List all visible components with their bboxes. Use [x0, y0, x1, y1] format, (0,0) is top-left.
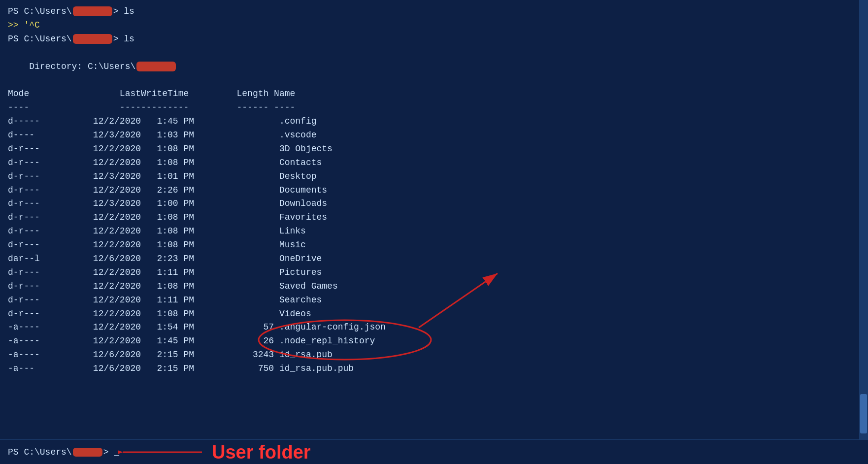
file-row-contacts: d-r--- 12/2/2020 1:08 PM Contacts	[8, 156, 860, 170]
username-redact-3	[136, 62, 176, 71]
file-row-music: d-r--- 12/2/2020 1:08 PM Music	[8, 238, 860, 252]
bottom-bar: PS C:\Users\> _ User folder	[0, 439, 868, 464]
line-separator: ---- ------------- ------ ----	[8, 101, 860, 115]
bottom-prompt: PS C:\Users\> _	[8, 447, 119, 457]
file-row-desktop: d-r--- 12/3/2020 1:01 PM Desktop	[8, 170, 860, 184]
line-directory: Directory: C:\Users\	[8, 60, 860, 74]
file-row-pictures: d-r--- 12/2/2020 1:11 PM Pictures	[8, 266, 860, 280]
line-blank-4	[8, 390, 860, 403]
scrollbar-thumb[interactable]	[860, 394, 867, 433]
line-2: >> '^C	[8, 19, 860, 33]
file-row-searches: d-r--- 12/2/2020 1:11 PM Searches	[8, 294, 860, 307]
user-folder-label: User folder	[212, 441, 311, 463]
file-row-favorites: d-r--- 12/2/2020 1:08 PM Favorites	[8, 211, 860, 225]
line-blank-1	[8, 46, 860, 60]
line-3: PS C:\Users\> ls	[8, 33, 860, 46]
file-row-documents: d-r--- 12/2/2020 2:26 PM Documents	[8, 184, 860, 198]
username-redact-bottom	[73, 448, 102, 457]
user-folder-arrow-svg	[118, 440, 217, 464]
file-row-angular: -a---- 12/2/2020 1:54 PM 57 .angular-con…	[8, 321, 860, 334]
file-row-node: -a---- 12/2/2020 1:45 PM 26 .node_repl_h…	[8, 334, 860, 348]
file-row-vscode: d---- 12/3/2020 1:03 PM .vscode	[8, 129, 860, 142]
line-blank-2	[8, 73, 860, 87]
file-row-idrsapub: -a--- 12/6/2020 2:15 PM 750 id_rsa.pub.p…	[8, 362, 860, 376]
terminal-window: PS C:\Users\> ls >> '^C PS C:\Users\> ls…	[0, 0, 868, 439]
line-blank-3	[8, 376, 860, 390]
scrollbar[interactable]	[859, 0, 868, 439]
file-row-downloads: d-r--- 12/3/2020 1:00 PM Downloads	[8, 197, 860, 211]
line-1: PS C:\Users\> ls	[8, 5, 860, 19]
username-redact-1	[73, 6, 112, 16]
file-row-onedrive: dar--l 12/6/2020 2:23 PM OneDrive	[8, 252, 860, 266]
file-row-savedgames: d-r--- 12/2/2020 1:08 PM Saved Games	[8, 280, 860, 294]
file-row-videos: d-r--- 12/2/2020 1:08 PM Videos	[8, 307, 860, 321]
username-redact-2	[73, 34, 112, 44]
file-row-idrsa: -a---- 12/6/2020 2:15 PM 3243 id_rsa.pub	[8, 348, 860, 362]
file-row-config: d----- 12/2/2020 1:45 PM .config	[8, 115, 860, 129]
line-header: Mode LastWriteTime Length Name	[8, 87, 860, 101]
file-row-links: d-r--- 12/2/2020 1:08 PM Links	[8, 225, 860, 238]
file-row-3dobjects: d-r--- 12/2/2020 1:08 PM 3D Objects	[8, 142, 860, 156]
